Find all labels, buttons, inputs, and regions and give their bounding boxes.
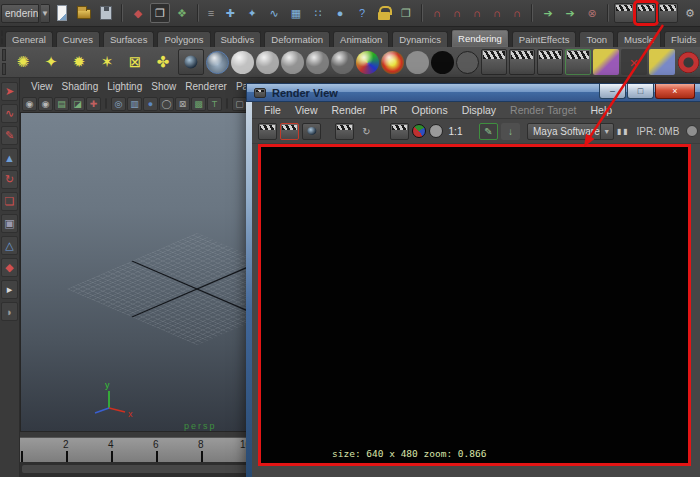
material-sphere-icon[interactable] bbox=[331, 51, 354, 74]
lights-icon[interactable]: ⊠ bbox=[175, 97, 190, 111]
open-scene-icon[interactable] bbox=[74, 3, 94, 23]
directional-light-icon[interactable]: ✶ bbox=[94, 49, 120, 75]
tab-dynamics[interactable]: Dynamics bbox=[392, 31, 448, 47]
last-tool[interactable]: ◆ bbox=[1, 258, 18, 277]
select-object-icon[interactable]: ❐ bbox=[150, 3, 170, 23]
rv-menu-display[interactable]: Display bbox=[455, 104, 503, 116]
snapshot-icon[interactable] bbox=[302, 123, 321, 140]
rainbow-shader-icon[interactable] bbox=[356, 51, 379, 74]
vp-menu-lighting[interactable]: Lighting bbox=[107, 81, 142, 92]
render-view-icon[interactable] bbox=[614, 3, 634, 23]
vp-menu-view[interactable]: View bbox=[31, 81, 53, 92]
shelf-tab-controls[interactable] bbox=[1, 30, 3, 46]
close-button[interactable]: × bbox=[655, 84, 695, 99]
help-icon[interactable]: ? bbox=[352, 3, 372, 23]
curve-manip-icon[interactable]: ∿ bbox=[264, 3, 284, 23]
construction-history-icon[interactable]: ⊗ bbox=[582, 3, 602, 23]
tab-subdivs[interactable]: Subdivs bbox=[214, 31, 262, 47]
tab-fluids[interactable]: Fluids bbox=[664, 31, 700, 47]
rgb-channels-icon[interactable] bbox=[412, 124, 426, 138]
lock-icon[interactable] bbox=[374, 3, 394, 23]
ramp-shader-icon[interactable] bbox=[381, 51, 404, 74]
ipr-render-icon[interactable] bbox=[658, 3, 678, 23]
camera-icon[interactable] bbox=[178, 49, 204, 75]
minimize-button[interactable]: – bbox=[599, 84, 626, 99]
pan-zoom-icon[interactable]: ✚ bbox=[86, 97, 101, 111]
show-manip-tool[interactable]: ▸ bbox=[1, 280, 18, 299]
select-component-icon[interactable]: ❖ bbox=[172, 3, 192, 23]
universal-manip-tool[interactable]: ▣ bbox=[1, 214, 18, 233]
render-icon[interactable] bbox=[258, 123, 277, 140]
ipr-render-icon[interactable] bbox=[537, 49, 563, 75]
menu-set-selector[interactable]: endering bbox=[1, 4, 39, 23]
snap-to-point-icon[interactable]: ∩ bbox=[468, 3, 486, 23]
area-light-icon[interactable]: ⊠ bbox=[122, 49, 148, 75]
make-live-icon[interactable]: ∩ bbox=[508, 3, 526, 23]
refresh-icon[interactable]: ↻ bbox=[357, 123, 376, 140]
render-view-titlebar[interactable]: Render View –□× bbox=[246, 83, 700, 102]
tab-deformation[interactable]: Deformation bbox=[264, 31, 330, 47]
dark-swatch-icon[interactable] bbox=[456, 51, 479, 74]
move-manip-icon[interactable]: ✚ bbox=[220, 3, 240, 23]
spot-light-icon[interactable]: ✦ bbox=[38, 49, 64, 75]
points-manip-icon[interactable]: ∷ bbox=[308, 3, 328, 23]
render-image-area[interactable]: size: 640 x 480 zoom: 0.866 bbox=[258, 144, 691, 466]
tab-muscle[interactable]: Muscle bbox=[617, 31, 661, 47]
joint-manip-icon[interactable]: ✦ bbox=[242, 3, 262, 23]
image-plane-icon[interactable]: ◪ bbox=[70, 97, 85, 111]
selection-mask-tool[interactable]: ◗ bbox=[1, 302, 18, 321]
rotate-tool[interactable]: ↻ bbox=[1, 170, 18, 189]
lattice-manip-icon[interactable]: ▦ bbox=[286, 3, 306, 23]
bookmark-icon[interactable]: ▤ bbox=[54, 97, 69, 111]
snap-to-curve-icon[interactable]: ∩ bbox=[448, 3, 466, 23]
rv-menu-render-target[interactable]: Render Target bbox=[503, 104, 583, 116]
tab-polygons[interactable]: Polygons bbox=[157, 31, 210, 47]
shelf-menu-controls[interactable] bbox=[2, 49, 6, 75]
snap-to-grid-icon[interactable]: ∩ bbox=[428, 3, 446, 23]
keep-image-icon[interactable]: ↓ bbox=[501, 123, 520, 140]
volume-light-icon[interactable]: ✤ bbox=[150, 49, 176, 75]
one-to-one-icon[interactable]: 1:1 bbox=[446, 123, 465, 140]
point-light-icon[interactable]: ✺ bbox=[10, 49, 36, 75]
vp-menu-shading[interactable]: Shading bbox=[62, 81, 99, 92]
material-sphere-icon[interactable] bbox=[281, 51, 304, 74]
tab-general[interactable]: General bbox=[5, 31, 53, 47]
material-sphere-icon[interactable] bbox=[256, 51, 279, 74]
render-icon[interactable] bbox=[481, 49, 507, 75]
tab-animation[interactable]: Animation bbox=[333, 31, 389, 47]
select-tool[interactable]: ➤ bbox=[1, 82, 18, 101]
select-object-alt-icon[interactable]: ❐ bbox=[396, 3, 416, 23]
menu-set-arrow-icon[interactable]: ▼ bbox=[41, 4, 50, 23]
time-slider[interactable]: 246810 bbox=[20, 437, 252, 462]
shaded-icon[interactable]: ● bbox=[143, 97, 158, 111]
region-render-icon[interactable] bbox=[390, 123, 409, 140]
viewport-canvas[interactable]: y x persp bbox=[20, 112, 252, 432]
render-current-frame-icon[interactable] bbox=[636, 3, 656, 23]
sphere-manip-icon[interactable]: ● bbox=[330, 3, 350, 23]
ipr-render-icon[interactable] bbox=[335, 123, 354, 140]
renderer-dropdown[interactable]: Maya Software ▼ bbox=[527, 123, 614, 140]
isolate-select-icon[interactable]: ▢ bbox=[232, 97, 247, 111]
redo-previous-render-icon[interactable] bbox=[280, 123, 299, 140]
output-connections-icon[interactable]: ➔ bbox=[560, 3, 580, 23]
select-hierarchy-icon[interactable]: ◆ bbox=[128, 3, 148, 23]
save-scene-icon[interactable] bbox=[96, 3, 116, 23]
rv-menu-ipr[interactable]: IPR bbox=[373, 104, 405, 116]
rv-menu-file[interactable]: File bbox=[257, 104, 288, 116]
paint-select-tool[interactable]: ✎ bbox=[1, 126, 18, 145]
alpha-channel-icon[interactable] bbox=[429, 124, 443, 138]
camera-attributes-icon[interactable]: ◉ bbox=[38, 97, 53, 111]
xray-icon[interactable]: ▩ bbox=[191, 97, 206, 111]
film-gate-icon[interactable]: ▥ bbox=[127, 97, 142, 111]
tab-surfaces[interactable]: Surfaces bbox=[103, 31, 155, 47]
snap-to-plane-icon[interactable]: ∩ bbox=[488, 3, 506, 23]
snap-options-icon[interactable]: ≡ bbox=[204, 3, 218, 23]
tab-toon[interactable]: Toon bbox=[579, 31, 614, 47]
vp-menu-show[interactable]: Show bbox=[151, 81, 176, 92]
soft-mod-tool[interactable]: △ bbox=[1, 236, 18, 255]
texture-view-icon[interactable]: T bbox=[207, 97, 222, 111]
textured-icon[interactable]: ◯ bbox=[159, 97, 174, 111]
material-sphere-icon[interactable] bbox=[306, 51, 329, 74]
render-settings-icon[interactable] bbox=[565, 49, 591, 75]
gray-swatch-icon[interactable] bbox=[406, 51, 429, 74]
